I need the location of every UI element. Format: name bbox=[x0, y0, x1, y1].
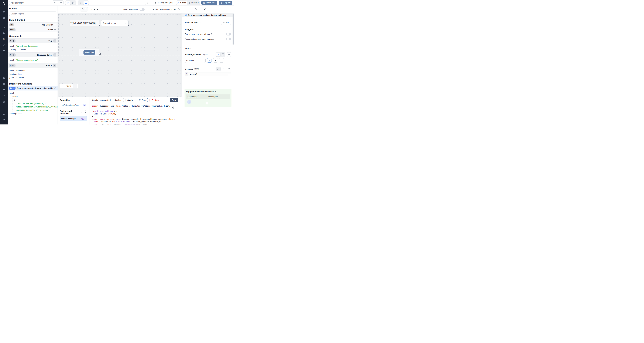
collapse-arrow-icon[interactable] bbox=[1, 117, 6, 122]
prop-key[interactable]: jobId bbox=[10, 76, 15, 79]
add-transformer-button[interactable]: Add bbox=[221, 20, 231, 25]
eval-mode-button[interactable]: f bbox=[221, 67, 225, 71]
recompute-toggle[interactable] bbox=[226, 38, 231, 40]
prop-key[interactable]: 0 bbox=[14, 98, 16, 102]
app-canvas[interactable]: Write Discord message: Example resou... … bbox=[58, 13, 182, 97]
component-header-a[interactable]: a Text bbox=[8, 38, 58, 43]
fork-button[interactable]: Fork bbox=[137, 98, 148, 102]
settings-gear-icon[interactable] bbox=[1, 82, 6, 86]
fullscreen-layout-button[interactable] bbox=[71, 0, 76, 5]
collapse-chevron-up-icon[interactable] bbox=[53, 64, 56, 67]
audit-logs-eye-icon[interactable] bbox=[1, 99, 6, 104]
output-row-ctx[interactable]: ctx App Context bbox=[8, 22, 58, 27]
runs-icon[interactable] bbox=[1, 31, 6, 36]
desktop-view-button[interactable] bbox=[84, 0, 88, 5]
mobile-view-button[interactable] bbox=[78, 0, 83, 5]
add-resource-button[interactable] bbox=[213, 58, 218, 62]
run-button[interactable]: Run bbox=[170, 98, 178, 102]
favorites-star-icon[interactable] bbox=[1, 15, 6, 20]
prop-key[interactable]: loading bbox=[10, 72, 17, 76]
refresh-run-button[interactable] bbox=[163, 98, 168, 102]
static-mode-button[interactable] bbox=[216, 52, 220, 56]
resource-value-select[interactable]: u/henri/te... bbox=[185, 58, 206, 63]
info-icon[interactable] bbox=[211, 33, 213, 35]
press-me-button[interactable]: Press me bbox=[84, 50, 96, 54]
home-icon[interactable] bbox=[1, 25, 6, 30]
runnable-item-c[interactable]: hub/1511/discord/se... c bbox=[60, 103, 87, 107]
variables-icon[interactable]: $ bbox=[1, 37, 6, 42]
scrollbar-thumb[interactable] bbox=[232, 14, 234, 45]
prop-key[interactable]: loading bbox=[10, 112, 17, 116]
zoom-in-button[interactable] bbox=[73, 84, 77, 88]
copy-clipboard-icon[interactable] bbox=[172, 106, 174, 109]
center-layout-button[interactable] bbox=[66, 0, 70, 5]
clear-x-icon[interactable] bbox=[124, 22, 126, 24]
prop-key[interactable]: result bbox=[10, 92, 15, 95]
zoom-out-button[interactable] bbox=[60, 84, 64, 88]
redo-button[interactable] bbox=[58, 0, 63, 5]
prop-key[interactable]: content bbox=[12, 95, 19, 98]
static-mode-button[interactable] bbox=[216, 67, 220, 71]
info-icon[interactable] bbox=[178, 8, 180, 10]
component-header-c[interactable]: c Button bbox=[8, 63, 58, 68]
deploy-button[interactable]: Deploy bbox=[219, 0, 232, 5]
expand-editor-button[interactable] bbox=[228, 74, 231, 77]
info-icon[interactable] bbox=[82, 112, 83, 113]
output-row-state[interactable]: state State bbox=[8, 27, 58, 32]
resize-handle[interactable] bbox=[99, 24, 100, 26]
cache-button[interactable]: Cache bbox=[126, 98, 135, 102]
help-icon[interactable]: ? bbox=[1, 111, 6, 116]
more-options-kebab-icon[interactable] bbox=[140, 0, 144, 5]
hide-bar-toggle[interactable] bbox=[140, 8, 144, 11]
prop-key[interactable]: result bbox=[10, 44, 15, 48]
prop-key[interactable]: result bbox=[10, 58, 15, 62]
background-runnable-row-bg0[interactable]: bg_0 Send a message to discord using web… bbox=[8, 86, 58, 90]
folders-icon[interactable] bbox=[1, 93, 6, 98]
runnable-name-input[interactable]: Send a message to discord using bbox=[91, 98, 124, 102]
debug-runs-label: Debug runs (23) bbox=[158, 2, 173, 4]
debug-runs-button[interactable]: Debug runs (23) bbox=[153, 0, 174, 5]
resize-handle[interactable] bbox=[127, 25, 129, 26]
info-icon[interactable] bbox=[215, 91, 217, 93]
preview-tab[interactable]: Preview bbox=[188, 0, 200, 5]
connect-plug-button[interactable] bbox=[226, 67, 231, 71]
connect-plug-button[interactable] bbox=[226, 52, 231, 57]
schedule-mode-select[interactable]: once bbox=[91, 7, 98, 12]
collapse-chevron-up-icon[interactable] bbox=[53, 53, 56, 56]
users-icon[interactable] bbox=[1, 76, 6, 80]
message-expression-editor[interactable]: 1 b.result bbox=[185, 72, 231, 76]
insert-component-tab[interactable] bbox=[182, 8, 192, 10]
windmill-logo-icon[interactable] bbox=[2, 2, 6, 5]
prop-key[interactable]: result bbox=[10, 69, 15, 72]
resize-handle[interactable] bbox=[100, 53, 101, 54]
draft-save-button[interactable]: Draft ⌘S bbox=[202, 0, 217, 5]
app-summary-input[interactable] bbox=[9, 0, 50, 5]
schedules-icon[interactable] bbox=[1, 48, 6, 54]
clear-x-icon[interactable] bbox=[202, 59, 204, 62]
workers-icon[interactable] bbox=[1, 87, 6, 92]
code-editor[interactable]: import discordwebhook from "https://deno… bbox=[90, 103, 182, 124]
add-background-runnable-button[interactable] bbox=[84, 110, 87, 114]
editor-tab[interactable]: Editor bbox=[176, 0, 187, 5]
collapse-chevron-up-icon[interactable] bbox=[53, 39, 56, 42]
component-settings-tab[interactable] bbox=[192, 8, 201, 10]
pencil-icon[interactable] bbox=[54, 87, 56, 89]
run-on-start-toggle[interactable] bbox=[226, 33, 231, 36]
refresh-count-button[interactable]: 0 bbox=[80, 7, 88, 12]
resource-select-component[interactable]: Example resou... bbox=[101, 20, 128, 26]
clear-button[interactable]: Clear bbox=[150, 98, 161, 102]
resources-icon[interactable] bbox=[1, 43, 6, 48]
prop-key[interactable]: loading bbox=[10, 48, 17, 51]
styling-tab[interactable] bbox=[201, 8, 210, 10]
info-icon[interactable] bbox=[199, 21, 201, 24]
undo-button[interactable] bbox=[52, 0, 58, 5]
edit-resource-button[interactable] bbox=[207, 58, 212, 62]
docs-book-button[interactable] bbox=[145, 0, 151, 5]
text-component[interactable]: Write Discord message: bbox=[70, 20, 99, 26]
search-outputs-input[interactable] bbox=[9, 11, 56, 16]
component-header-b[interactable]: b Resource Select bbox=[8, 52, 58, 57]
background-runnable-item-bg0[interactable]: Send a message... bg_0 bbox=[60, 116, 87, 121]
eval-mode-button[interactable]: f bbox=[221, 52, 225, 56]
apps-icon[interactable] bbox=[1, 9, 6, 14]
reload-resource-button[interactable] bbox=[219, 58, 224, 62]
